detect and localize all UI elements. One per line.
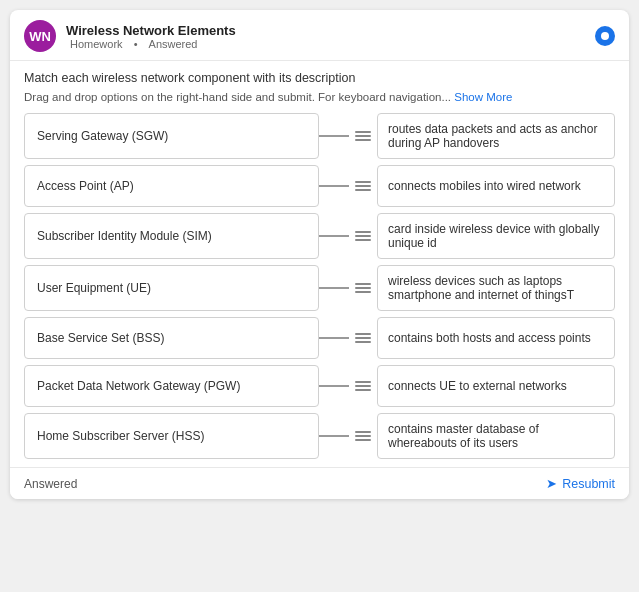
handle-bar-2 [355, 235, 371, 237]
answered-status: Answered [149, 38, 198, 50]
drag-handle-right[interactable] [349, 213, 377, 259]
handle-bar-3 [355, 239, 371, 241]
handle-bar-2 [355, 287, 371, 289]
handle-bar-3 [355, 439, 371, 441]
left-term: Base Service Set (BSS) [24, 317, 319, 359]
handle-bar-3 [355, 139, 371, 141]
handle-bar-1 [355, 381, 371, 383]
handle-bar-2 [355, 135, 371, 137]
drag-handle-icon[interactable] [353, 328, 373, 348]
right-side: wireless devices such as laptops smartph… [349, 265, 615, 311]
right-side: connects UE to external networks [349, 365, 615, 407]
card-header: WN Wireless Network Elements Homework • … [10, 10, 629, 61]
connector [319, 213, 349, 259]
handle-bar-3 [355, 389, 371, 391]
left-term: Serving Gateway (SGW) [24, 113, 319, 159]
handle-bar-1 [355, 231, 371, 233]
connector [319, 365, 349, 407]
left-term: Access Point (AP) [24, 165, 319, 207]
send-icon: ➤ [546, 476, 557, 491]
connector-line [319, 185, 349, 187]
avatar: WN [24, 20, 56, 52]
right-description: connects mobiles into wired network [377, 165, 615, 207]
right-description: wireless devices such as laptops smartph… [377, 265, 615, 311]
handle-bar-1 [355, 333, 371, 335]
connector-line [319, 435, 349, 437]
right-description: card inside wireless device with globall… [377, 213, 615, 259]
resubmit-label: Resubmit [562, 477, 615, 491]
drag-handle-right[interactable] [349, 165, 377, 207]
card-subtitle: Homework • Answered [66, 38, 236, 50]
connector [319, 265, 349, 311]
connector-line [319, 235, 349, 237]
homework-label: Homework [70, 38, 123, 50]
handle-bar-1 [355, 431, 371, 433]
match-area: Serving Gateway (SGW) routes data packet… [24, 113, 615, 459]
connector [319, 413, 349, 459]
footer-status: Answered [24, 477, 77, 491]
handle-bar-1 [355, 131, 371, 133]
right-side: routes data packets and acts as anchor d… [349, 113, 615, 159]
right-description: connects UE to external networks [377, 365, 615, 407]
right-side: connects mobiles into wired network [349, 165, 615, 207]
instruction-text: Drag and drop options on the right-hand … [24, 91, 615, 103]
question-text: Match each wireless network component wi… [24, 71, 615, 85]
handle-bar-3 [355, 341, 371, 343]
card-title: Wireless Network Elements [66, 23, 236, 38]
handle-bar-3 [355, 189, 371, 191]
connector [319, 317, 349, 359]
handle-bar-2 [355, 185, 371, 187]
drag-handle-icon[interactable] [353, 278, 373, 298]
match-row: Serving Gateway (SGW) routes data packet… [24, 113, 615, 159]
drag-handle-icon[interactable] [353, 126, 373, 146]
handle-bar-2 [355, 337, 371, 339]
connector-line [319, 337, 349, 339]
connector [319, 165, 349, 207]
right-side: card inside wireless device with globall… [349, 213, 615, 259]
handle-bar-3 [355, 291, 371, 293]
drag-handle-icon[interactable] [353, 376, 373, 396]
handle-bar-2 [355, 385, 371, 387]
connector [319, 113, 349, 159]
status-indicator [595, 26, 615, 46]
left-term: Home Subscriber Server (HSS) [24, 413, 319, 459]
drag-handle-icon[interactable] [353, 226, 373, 246]
handle-bar-1 [355, 181, 371, 183]
connector-line [319, 385, 349, 387]
drag-handle-right[interactable] [349, 317, 377, 359]
match-row: Subscriber Identity Module (SIM) card in… [24, 213, 615, 259]
header-info: Wireless Network Elements Homework • Ans… [66, 23, 236, 50]
match-row: Home Subscriber Server (HSS) contains ma… [24, 413, 615, 459]
left-term: Packet Data Network Gateway (PGW) [24, 365, 319, 407]
drag-handle-right[interactable] [349, 365, 377, 407]
handle-bar-1 [355, 283, 371, 285]
match-row: Access Point (AP) connects mobiles into … [24, 165, 615, 207]
match-row: User Equipment (UE) wireless devices suc… [24, 265, 615, 311]
instruction-content: Drag and drop options on the right-hand … [24, 91, 451, 103]
right-side: contains master database of whereabouts … [349, 413, 615, 459]
left-term: User Equipment (UE) [24, 265, 319, 311]
drag-handle-right[interactable] [349, 265, 377, 311]
right-description: contains both hosts and access points [377, 317, 615, 359]
match-row: Packet Data Network Gateway (PGW) connec… [24, 365, 615, 407]
separator: • [134, 38, 138, 50]
connector-line [319, 287, 349, 289]
card-body: Match each wireless network component wi… [10, 61, 629, 459]
card-footer: Answered ➤ Resubmit [10, 467, 629, 499]
left-term: Subscriber Identity Module (SIM) [24, 213, 319, 259]
show-more-link[interactable]: Show More [454, 91, 512, 103]
right-description: routes data packets and acts as anchor d… [377, 113, 615, 159]
connector-line [319, 135, 349, 137]
handle-bar-2 [355, 435, 371, 437]
right-description: contains master database of whereabouts … [377, 413, 615, 459]
right-side: contains both hosts and access points [349, 317, 615, 359]
match-row: Base Service Set (BSS) contains both hos… [24, 317, 615, 359]
header-left: WN Wireless Network Elements Homework • … [24, 20, 236, 52]
drag-handle-icon[interactable] [353, 426, 373, 446]
main-card: WN Wireless Network Elements Homework • … [10, 10, 629, 499]
drag-handle-right[interactable] [349, 113, 377, 159]
resubmit-button[interactable]: ➤ Resubmit [546, 476, 615, 491]
drag-handle-icon[interactable] [353, 176, 373, 196]
drag-handle-right[interactable] [349, 413, 377, 459]
